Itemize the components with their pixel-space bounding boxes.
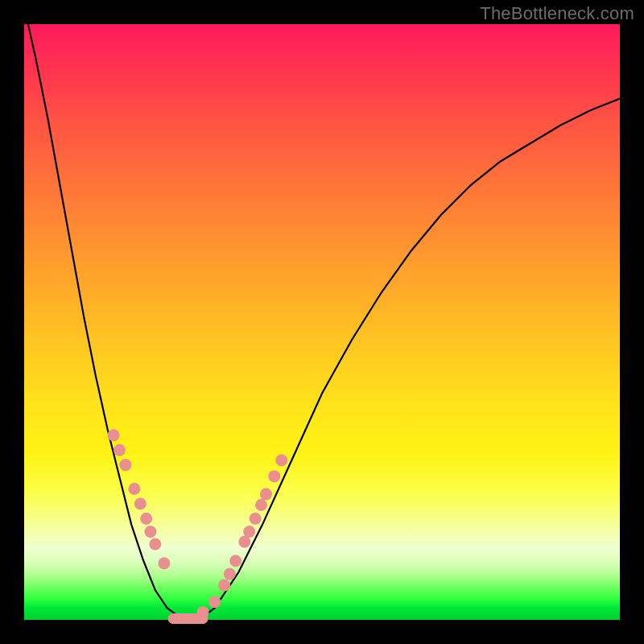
bottleneck-curve (24, 6, 620, 620)
outer-frame: TheBottleneck.com (0, 0, 644, 644)
curve-marker (224, 568, 236, 580)
curve-marker (218, 580, 230, 592)
curve-marker (243, 526, 255, 538)
curve-layer (24, 6, 620, 620)
curve-marker (260, 488, 272, 500)
chart-svg (24, 24, 620, 620)
curve-marker (140, 513, 152, 525)
curve-marker (114, 444, 126, 456)
curve-marker (255, 499, 267, 511)
curve-marker (158, 557, 170, 569)
watermark-text: TheBottleneck.com (480, 3, 634, 24)
curve-marker (275, 454, 287, 466)
curve-marker (144, 526, 156, 538)
curve-marker (134, 497, 147, 510)
curve-marker (128, 483, 140, 495)
curve-marker (208, 596, 221, 608)
curve-marker (268, 470, 280, 482)
curve-marker (108, 429, 120, 441)
plot-area (24, 24, 620, 620)
curve-marker (149, 539, 161, 551)
curve-marker (197, 606, 209, 618)
curve-marker (119, 459, 131, 471)
curve-marker (229, 555, 242, 567)
markers-layer (108, 429, 288, 618)
curve-marker (250, 513, 262, 525)
